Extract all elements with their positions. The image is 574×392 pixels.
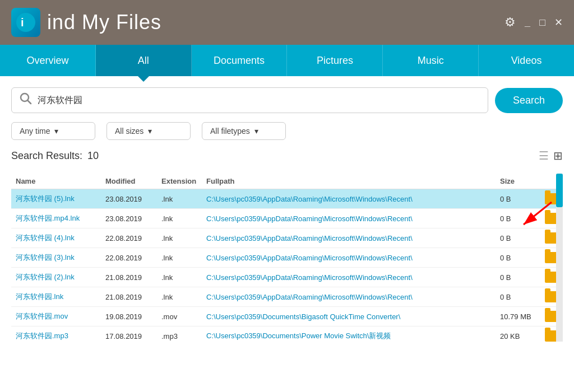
cell-name: 河东软件园.mp4.lnk bbox=[11, 209, 101, 228]
filter-size-label: All sizes bbox=[115, 127, 144, 136]
cell-path: C:\Users\pc0359\AppData\Roaming\Microsof… bbox=[202, 268, 496, 287]
file-table: Name Modified Extension Fullpath Size 河东… bbox=[11, 174, 563, 342]
results-count: 10 bbox=[87, 150, 99, 161]
col-header-extension: Extension bbox=[157, 174, 202, 189]
cell-path: C:\Users\pc0359\AppData\Roaming\Microsof… bbox=[202, 287, 496, 307]
cell-extension: .lnk bbox=[157, 287, 202, 307]
maximize-icon[interactable]: □ bbox=[539, 17, 545, 29]
tab-videos[interactable]: Videos bbox=[479, 45, 574, 76]
cell-path: C:\Users\pc0359\AppData\Roaming\Microsof… bbox=[202, 248, 496, 268]
tab-overview[interactable]: Overview bbox=[0, 45, 96, 76]
cell-extension: .mov bbox=[157, 307, 202, 326]
search-input-wrapper bbox=[11, 87, 488, 113]
cell-modified: 22.08.2019 bbox=[101, 228, 157, 248]
tab-pictures[interactable]: Pictures bbox=[287, 45, 383, 76]
col-header-fullpath: Fullpath bbox=[202, 174, 496, 189]
cell-modified: 22.08.2019 bbox=[101, 248, 157, 268]
cell-size: 0 B bbox=[496, 248, 540, 268]
cell-name: 河东软件园 (2).lnk bbox=[11, 268, 101, 287]
table-row[interactable]: 河东软件园 (2).lnk 21.08.2019 .lnk C:\Users\p… bbox=[11, 268, 563, 287]
cell-size: 10.79 MB bbox=[496, 307, 540, 326]
results-title: Search Results: 10 bbox=[11, 150, 99, 162]
cell-modified: 21.08.2019 bbox=[101, 287, 157, 307]
scrollbar-track[interactable] bbox=[556, 174, 563, 342]
cell-path: C:\Users\pc0359\AppData\Roaming\Microsof… bbox=[202, 189, 496, 209]
tab-music[interactable]: Music bbox=[383, 45, 479, 76]
col-header-name: Name bbox=[11, 174, 101, 189]
cell-size: 0 B bbox=[496, 287, 540, 307]
cell-size: 0 B bbox=[496, 228, 540, 248]
close-icon[interactable]: ✕ bbox=[554, 16, 563, 29]
svg-text:i: i bbox=[21, 16, 24, 29]
view-controls: ☰ ⊞ bbox=[539, 149, 563, 162]
col-header-modified: Modified bbox=[101, 174, 157, 189]
table-row[interactable]: 河东软件园 (5).lnk 23.08.2019 .lnk C:\Users\p… bbox=[11, 189, 563, 209]
search-bar: Search bbox=[11, 87, 563, 113]
cell-size: 0 B bbox=[496, 268, 540, 287]
table-wrapper: Name Modified Extension Fullpath Size 河东… bbox=[11, 174, 563, 342]
cell-modified: 21.08.2019 bbox=[101, 268, 157, 287]
scrollbar-thumb[interactable] bbox=[556, 174, 563, 207]
title-bar-controls: ⚙ _ □ ✕ bbox=[504, 15, 563, 30]
settings-icon[interactable]: ⚙ bbox=[504, 15, 516, 30]
cell-path: C:\Users\pc0359\AppData\Roaming\Microsof… bbox=[202, 228, 496, 248]
nav-tabs: Overview All Documents Pictures Music Vi… bbox=[0, 45, 574, 76]
svg-line-3 bbox=[28, 101, 31, 104]
cell-name: 河东软件园 (4).lnk bbox=[11, 228, 101, 248]
cell-name: 河东软件园.mov bbox=[11, 307, 101, 326]
table-row[interactable]: 河东软件园 (4).lnk 22.08.2019 .lnk C:\Users\p… bbox=[11, 228, 563, 248]
svg-point-0 bbox=[16, 13, 35, 32]
filter-filetype-arrow: ▾ bbox=[254, 127, 258, 136]
results-label: Search Results: bbox=[11, 150, 82, 161]
list-view-icon[interactable]: ☰ bbox=[539, 149, 549, 162]
filter-filetype-label: All filetypes bbox=[210, 127, 250, 136]
filter-time-label: Any time bbox=[20, 127, 50, 136]
table-row[interactable]: 河东软件园 (3).lnk 22.08.2019 .lnk C:\Users\p… bbox=[11, 248, 563, 268]
title-bar: i ind My Files ⚙ _ □ ✕ bbox=[0, 0, 574, 45]
tab-all[interactable]: All bbox=[96, 45, 192, 76]
app-logo: i bbox=[11, 8, 40, 37]
cell-extension: .mp3 bbox=[157, 326, 202, 342]
tab-documents[interactable]: Documents bbox=[192, 45, 288, 76]
minimize-icon[interactable]: _ bbox=[525, 17, 530, 29]
cell-size: 0 B bbox=[496, 209, 540, 228]
cell-size: 20 KB bbox=[496, 326, 540, 342]
title-bar-left: i ind My Files bbox=[11, 8, 161, 37]
filter-size[interactable]: All sizes ▾ bbox=[107, 122, 191, 140]
filter-filetype[interactable]: All filetypes ▾ bbox=[202, 122, 286, 140]
cell-name: 河东软件园.lnk bbox=[11, 287, 101, 307]
cell-extension: .lnk bbox=[157, 228, 202, 248]
cell-extension: .lnk bbox=[157, 268, 202, 287]
cell-extension: .lnk bbox=[157, 248, 202, 268]
cell-name: 河东软件园 (5).lnk bbox=[11, 189, 101, 209]
cell-path: C:\Users\pc0359\AppData\Roaming\Microsof… bbox=[202, 209, 496, 228]
cell-modified: 23.08.2019 bbox=[101, 189, 157, 209]
filter-size-arrow: ▾ bbox=[148, 127, 152, 136]
filter-time[interactable]: Any time ▾ bbox=[11, 122, 95, 140]
results-header: Search Results: 10 ☰ ⊞ bbox=[11, 149, 563, 167]
cell-modified: 17.08.2019 bbox=[101, 326, 157, 342]
cell-size: 0 B bbox=[496, 189, 540, 209]
filters: Any time ▾ All sizes ▾ All filetypes ▾ bbox=[11, 122, 563, 140]
app-title: ind My Files bbox=[47, 11, 161, 34]
table-row[interactable]: 河东软件园.mp3 17.08.2019 .mp3 C:\Users\pc035… bbox=[11, 326, 563, 342]
cell-modified: 19.08.2019 bbox=[101, 307, 157, 326]
col-header-size: Size bbox=[496, 174, 540, 189]
search-button[interactable]: Search bbox=[495, 88, 563, 113]
table-row[interactable]: 河东软件园.mp4.lnk 23.08.2019 .lnk C:\Users\p… bbox=[11, 209, 563, 228]
filter-time-arrow: ▾ bbox=[54, 127, 58, 136]
cell-path: C:\Users\pc0359\Documents\Bigasoft Quick… bbox=[202, 307, 496, 326]
cell-extension: .lnk bbox=[157, 189, 202, 209]
search-input[interactable] bbox=[38, 95, 480, 105]
cell-path: C:\Users\pc0359\Documents\Power Movie Sw… bbox=[202, 326, 496, 342]
cell-name: 河东软件园 (3).lnk bbox=[11, 248, 101, 268]
main-content: Search Any time ▾ All sizes ▾ All filety… bbox=[0, 76, 574, 392]
cell-name: 河东软件园.mp3 bbox=[11, 326, 101, 342]
grid-view-icon[interactable]: ⊞ bbox=[553, 149, 563, 162]
cell-modified: 23.08.2019 bbox=[101, 209, 157, 228]
cell-extension: .lnk bbox=[157, 209, 202, 228]
table-row[interactable]: 河东软件园.lnk 21.08.2019 .lnk C:\Users\pc035… bbox=[11, 287, 563, 307]
table-row[interactable]: 河东软件园.mov 19.08.2019 .mov C:\Users\pc035… bbox=[11, 307, 563, 326]
search-icon bbox=[20, 92, 32, 108]
